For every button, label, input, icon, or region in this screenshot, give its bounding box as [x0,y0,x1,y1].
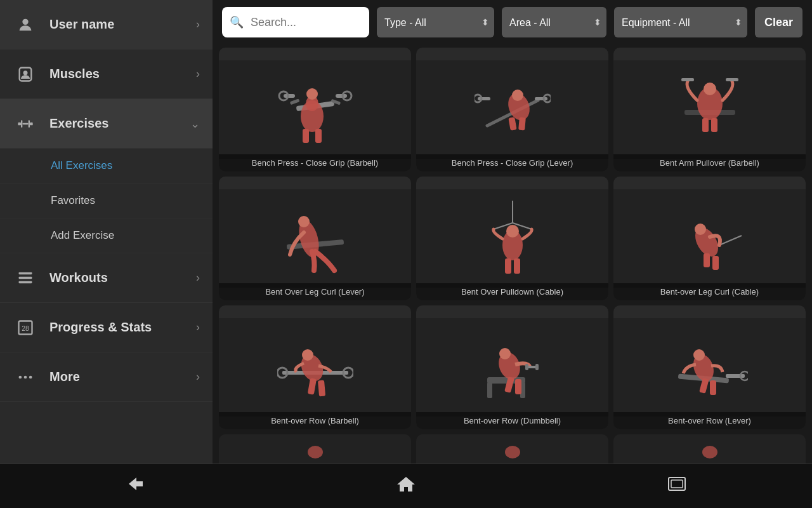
exercise-image [219,318,411,417]
exercise-name: Bent Over Pulldown (Cable) [416,283,608,300]
svg-rect-25 [336,94,347,98]
svg-rect-72 [515,379,521,394]
exercise-card[interactable]: Bent Arm Pullover (Barbell) [613,48,806,171]
exercise-card[interactable]: Bent-over Row (Lever) [613,305,806,429]
exercise-image [219,60,411,159]
workouts-chevron-icon: › [196,271,200,284]
exercise-image [416,318,608,417]
svg-rect-58 [712,256,719,270]
submenu-all-exercises[interactable]: All Exercises [0,149,213,184]
user-icon [13,12,38,37]
exercises-chevron-icon: ⌄ [190,117,200,131]
area-filter-wrapper: Area - All Area - Chest Area - Back [502,7,606,37]
svg-rect-7 [22,123,28,124]
svg-point-46 [298,216,310,227]
exercise-card[interactable]: Bent-over Row (Barbell) [219,305,411,429]
equipment-filter-wrapper: Equipment - All Equipment - Barbell Equi… [614,7,747,37]
exercise-card-partial[interactable] [613,434,806,464]
svg-line-54 [719,236,742,245]
equipment-filter[interactable]: Equipment - All Equipment - Barbell Equi… [614,7,747,37]
exercise-name: Bent-over Leg Curl (Cable) [613,283,806,300]
exercise-card[interactable]: Bench Press - Close Grip (Barbell) [219,48,411,171]
submenu-favorites[interactable]: Favorites [0,184,213,218]
exercise-card[interactable]: Bent-over Row (Dumbbell) [416,305,608,429]
exercise-card-partial[interactable] [416,434,608,464]
exercise-image-partial [219,434,411,464]
svg-point-56 [695,224,706,235]
svg-rect-9 [19,276,32,279]
type-filter[interactable]: Type - All Type - Strength Type - Cardio [377,7,494,37]
svg-rect-22 [303,129,309,143]
more-chevron-icon: › [196,370,200,384]
svg-rect-3 [18,122,21,125]
svg-rect-23 [315,129,322,143]
sidebar-item-user[interactable]: User name › [0,0,213,50]
exercise-name: Bent-over Row (Dumbbell) [416,412,608,429]
recent-button[interactable] [640,469,714,504]
svg-rect-64 [307,378,316,394]
svg-point-84 [505,446,520,458]
svg-point-15 [29,375,32,378]
sidebar-item-workouts[interactable]: Workouts › [0,253,213,303]
svg-rect-24 [284,94,295,98]
exercise-name: Bench Press - Close Grip (Barbell) [219,154,411,171]
svg-rect-32 [518,117,526,130]
svg-rect-34 [535,97,547,100]
svg-rect-77 [726,374,745,378]
home-button[interactable] [369,469,443,504]
svg-rect-10 [19,281,32,283]
svg-rect-31 [508,117,516,130]
exercise-name: Bent Arm Pullover (Barbell) [613,154,806,171]
svg-point-0 [22,18,28,24]
exercise-card[interactable]: Bent Over Leg Curl (Lever) [219,177,411,300]
area-filter[interactable]: Area - All Area - Chest Area - Back [502,7,606,37]
sidebar-item-muscles[interactable]: Muscles › [0,50,213,99]
svg-rect-67 [487,382,492,398]
exercise-image [416,189,608,288]
exercise-card[interactable]: Bent-over Leg Curl (Cable) [613,177,806,300]
exercise-card[interactable]: Bench Press - Close Grip (Lever) [416,48,608,171]
svg-rect-43 [726,78,738,81]
exercises-icon [13,111,38,137]
search-input[interactable] [222,7,369,37]
workouts-icon [13,265,38,291]
muscles-chevron-icon: › [196,67,200,81]
clear-button[interactable]: Clear [755,7,802,37]
exercise-name: Bent Over Leg Curl (Lever) [219,283,411,300]
svg-point-30 [512,90,523,101]
exercise-image [613,60,806,159]
svg-rect-75 [535,364,539,370]
exercise-image [416,60,608,159]
main-content: 🔍 Type - All Type - Strength Type - Card… [213,0,812,464]
svg-point-39 [704,83,716,95]
sidebar-item-exercises[interactable]: Exercises ⌄ [0,99,213,149]
exercise-image [219,189,411,288]
svg-rect-6 [29,120,30,128]
svg-point-13 [19,375,22,378]
svg-rect-82 [710,380,716,395]
submenu-add-exercise[interactable]: Add Exercise [0,218,213,253]
svg-point-83 [308,446,323,458]
sidebar-item-progress[interactable]: 28 Progress & Stats › [0,303,213,352]
svg-rect-5 [21,120,22,128]
exercise-image-partial [416,434,608,464]
more-icon [13,364,38,390]
svg-rect-57 [704,253,710,267]
exercise-image-partial [613,434,806,464]
sidebar-item-more[interactable]: More › [0,352,213,402]
svg-point-85 [702,446,717,458]
search-icon: 🔍 [230,15,244,29]
svg-rect-33 [478,97,490,100]
exercise-image [613,318,806,417]
user-chevron-icon: › [196,18,200,31]
sidebar: User name › Muscles › [0,0,213,464]
svg-point-21 [306,88,318,100]
svg-rect-42 [681,78,694,81]
exercise-grid: Bench Press - Close Grip (Barbell) Bench… [213,44,812,464]
exercise-card[interactable]: Bent Over Pulldown (Cable) [416,177,608,300]
exercise-card-partial[interactable] [219,434,411,464]
back-button[interactable] [98,469,172,504]
svg-rect-8 [19,272,32,274]
svg-rect-87 [671,480,683,488]
svg-rect-65 [317,380,325,396]
